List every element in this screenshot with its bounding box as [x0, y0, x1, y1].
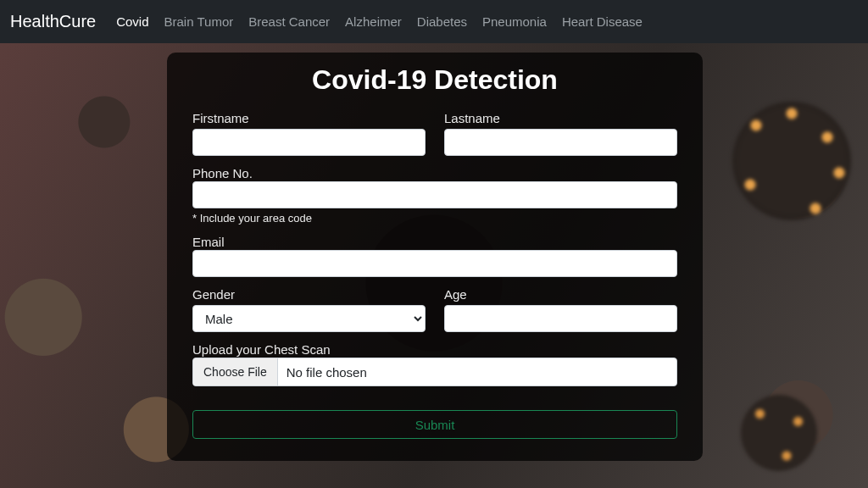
age-input[interactable] [444, 305, 677, 332]
age-label: Age [444, 287, 677, 302]
choose-file-button[interactable]: Choose File [193, 358, 278, 385]
file-status-text: No file chosen [278, 365, 367, 380]
nav-item-covid[interactable]: Covid [116, 14, 148, 29]
bg-virus-blob [741, 395, 817, 471]
nav-item-breast-cancer[interactable]: Breast Cancer [248, 14, 330, 29]
nav-item-pneumonia[interactable]: Pneumonia [482, 14, 547, 29]
nav-item-heart-disease[interactable]: Heart Disease [562, 14, 643, 29]
phone-label: Phone No. [192, 166, 253, 180]
firstname-input[interactable] [192, 129, 426, 156]
lastname-label: Lastname [444, 111, 677, 125]
upload-label: Upload your Chest Scan [192, 342, 331, 357]
email-input[interactable] [192, 250, 677, 277]
file-upload-box: Choose File No file chosen [192, 358, 677, 386]
phone-input[interactable] [192, 181, 677, 208]
form-title: Covid-19 Detection [192, 64, 677, 96]
firstname-label: Firstname [192, 111, 426, 125]
gender-label: Gender [192, 287, 426, 302]
submit-button[interactable]: Submit [192, 410, 677, 439]
nav-item-alzheimer[interactable]: Alzheimer [345, 14, 402, 29]
main-navbar: HealthCure Covid Brain Tumor Breast Canc… [0, 0, 868, 43]
lastname-input[interactable] [444, 129, 677, 156]
gender-select[interactable]: Male [192, 305, 426, 332]
bg-virus-blob [732, 102, 851, 220]
phone-hint: * Include your area code [192, 212, 677, 225]
brand-logo[interactable]: HealthCure [10, 12, 96, 31]
email-label: Email [192, 235, 225, 249]
nav-item-brain-tumor[interactable]: Brain Tumor [164, 14, 234, 29]
nav-item-diabetes[interactable]: Diabetes [417, 14, 467, 29]
detection-form-card: Covid-19 Detection Firstname Lastname Ph… [167, 53, 703, 461]
